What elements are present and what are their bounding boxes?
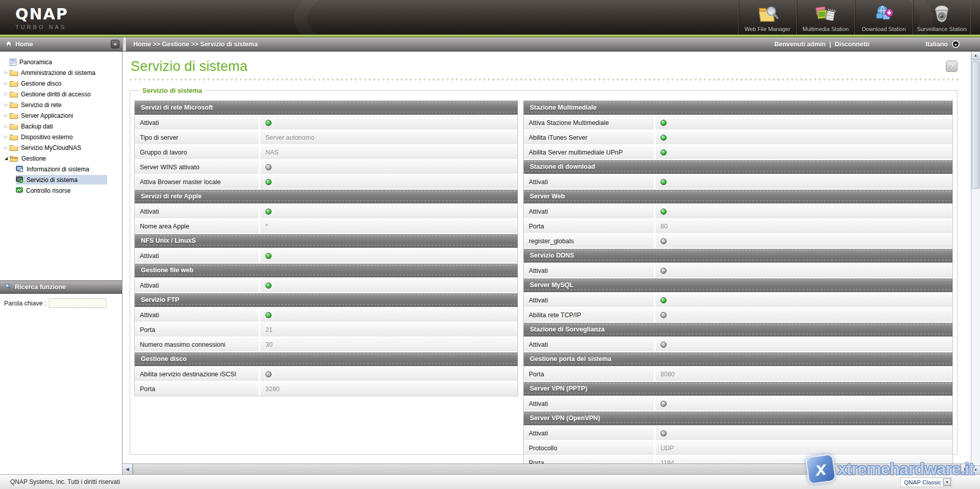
sidebar-item-label: Panoramica <box>19 59 52 66</box>
table-section-header: Server Web <box>524 190 952 203</box>
sidebar-item-controllo-risorse[interactable]: Controllo risorse <box>0 185 122 196</box>
table-row: Tipo di serverServer autonomo <box>135 131 518 144</box>
table-row: Abilita servizio destinazione iSCSI <box>135 367 518 381</box>
setting-value <box>655 116 952 130</box>
theme-selector-dropdown[interactable]: QNAP Classic ▾ <box>900 477 952 487</box>
sidebar-item-label: Gestione diritti di accesso <box>21 91 91 98</box>
search-icon <box>5 283 11 291</box>
table-row: Porta80 <box>524 219 952 233</box>
table-row: Abilita rete TCP/IP <box>524 308 952 322</box>
table-row: Attivati <box>524 397 952 410</box>
table-row: Attivati <box>135 204 518 218</box>
setting-label: register_globals <box>524 234 654 248</box>
setting-value <box>655 397 952 410</box>
table-row: Attivati <box>135 116 518 130</box>
theme-dropdown-arrow-icon[interactable]: ▾ <box>943 478 951 486</box>
table-row: Attiva Stazione Multimediale <box>524 116 952 130</box>
download-station-icon <box>872 4 896 25</box>
navigation-tree: Panoramica▷Amministrazione di sistema▷Ge… <box>0 52 122 196</box>
sidebar-item-gestione-diritti-di-accesso[interactable]: ▷Gestione diritti di accesso <box>0 89 122 99</box>
sidebar-item-server-applicazioni[interactable]: ▷Server Applicazioni <box>0 110 122 121</box>
expand-arrow-icon[interactable]: ▷ <box>3 70 10 75</box>
vertical-scroll-thumb[interactable] <box>972 61 979 189</box>
setting-label: Attivati <box>135 204 259 218</box>
status-led-on-icon <box>660 135 667 141</box>
language-dropdown-icon[interactable]: ▾ <box>952 40 960 48</box>
keyword-search-input[interactable] <box>49 298 106 308</box>
sidebar-item-dispositivo-esterno[interactable]: ▷Dispositivo esterno <box>0 132 122 142</box>
status-led-on-icon <box>265 120 272 126</box>
setting-label: Nome area Apple <box>135 219 259 233</box>
service-table-left: Servizi di rete MicrosoftAttivatiTipo di… <box>134 100 518 396</box>
sidebar-item-servizio-di-sistema[interactable]: Servizio di sistema <box>0 174 122 185</box>
expand-arrow-icon[interactable]: ▷ <box>3 124 10 128</box>
status-led-off-icon <box>660 430 667 436</box>
setting-label: Abilita Server multimediale UPnP <box>524 145 654 159</box>
table-row: Attivati <box>524 426 952 440</box>
expand-arrow-icon[interactable]: ▷ <box>3 145 10 150</box>
setting-label: Tipo di server <box>135 131 259 144</box>
function-search-title: Ricerca funzione <box>15 284 66 291</box>
status-led-off-icon <box>660 312 667 318</box>
sidebar-item-backup-dati[interactable]: ▷Backup dati <box>0 121 122 132</box>
sidebar-item-gestione[interactable]: ◢Gestione <box>0 153 122 164</box>
setting-value <box>655 293 952 307</box>
language-selector[interactable]: Italiano ▾ <box>925 40 960 48</box>
breadcrumb[interactable]: Home >> Gestione >> Servizio di sistema <box>133 41 774 48</box>
theme-selector-label: QNAP Classic <box>904 479 941 485</box>
setting-value <box>260 249 518 263</box>
status-led-on-icon <box>660 149 667 156</box>
scroll-left-arrow-icon[interactable]: ◀ <box>122 464 133 474</box>
station-download-station[interactable]: Download Station <box>854 0 913 35</box>
table-row: Server WINS attivato <box>135 160 518 174</box>
setting-value: NAS <box>260 145 518 159</box>
sidebar-item-panoramica[interactable]: Panoramica <box>0 57 122 67</box>
table-row: ProtocolloUDP <box>524 441 952 455</box>
setting-label: Abilita rete TCP/IP <box>524 308 654 322</box>
sidebar-collapse-button[interactable]: « <box>111 40 119 48</box>
table-row: register_globals <box>524 234 952 248</box>
table-section-header: Stazione di download <box>524 160 952 174</box>
table-section-header: Server MySQL <box>524 278 952 292</box>
expand-arrow-icon[interactable]: ▷ <box>3 81 10 86</box>
scroll-down-arrow-icon[interactable]: ▼ <box>971 466 980 474</box>
vertical-scrollbar[interactable]: ▲ ▼ <box>971 52 980 474</box>
status-led-on-icon <box>660 209 667 215</box>
home-icon <box>5 40 12 48</box>
sidebar-item-servizio-di-rete[interactable]: ▷Servizio di rete <box>0 99 122 110</box>
sidebar-header-title: Home <box>15 41 111 48</box>
horizontal-scroll-thumb[interactable] <box>133 464 961 474</box>
setting-label: Abilita servizio destinazione iSCSI <box>135 367 259 381</box>
station-label: Download Station <box>862 26 905 32</box>
dotted-separator <box>130 79 961 81</box>
expand-arrow-icon[interactable]: ▷ <box>3 102 10 107</box>
sidebar-item-servizio-mycloudnas[interactable]: ▷Servizio MyCloudNAS <box>0 142 122 153</box>
horizontal-scrollbar[interactable]: ◀ ▶ <box>122 464 971 474</box>
station-multimedia-station[interactable]: Multimedia Station <box>796 0 854 35</box>
setting-label: Attivati <box>524 397 654 410</box>
expand-arrow-icon[interactable]: ▷ <box>3 135 10 139</box>
sidebar-item-label: Gestione disco <box>21 80 61 87</box>
station-web-file-manager[interactable]: Web File Manager <box>738 0 796 35</box>
logout-link[interactable]: Disconnetti <box>835 41 869 48</box>
web-file-manager-icon <box>756 4 779 25</box>
sidebar-item-informazioni-di-sistema[interactable]: Informazioni di sistema <box>0 164 122 174</box>
expand-arrow-icon[interactable]: ▷ <box>3 92 10 96</box>
table-section-header: Servizi di rete Microsoft <box>135 101 518 115</box>
setting-value: Server autonomo <box>260 131 518 144</box>
turbo-nas-subtitle: TURBO NAS <box>15 24 68 30</box>
table-row: Porta8080 <box>524 367 952 381</box>
help-button[interactable]: ? <box>946 61 958 72</box>
sidebar-item-amministrazione-di-sistema[interactable]: ▷Amministrazione di sistema <box>0 67 122 78</box>
station-surveillance-station[interactable]: Surveillance Station <box>913 0 971 35</box>
status-led-off-icon <box>660 401 667 407</box>
expand-arrow-icon[interactable]: ▷ <box>3 113 10 118</box>
scroll-up-arrow-icon[interactable]: ▲ <box>971 52 980 60</box>
setting-value <box>260 204 518 218</box>
table-row: Attivati <box>524 293 952 307</box>
sidebar-item-gestione-disco[interactable]: ▷Gestione disco <box>0 78 122 89</box>
folder-icon <box>10 112 18 119</box>
scroll-right-arrow-icon[interactable]: ▶ <box>961 464 971 474</box>
collapse-arrow-icon[interactable]: ◢ <box>3 156 10 161</box>
multimedia-station-icon <box>814 4 838 25</box>
